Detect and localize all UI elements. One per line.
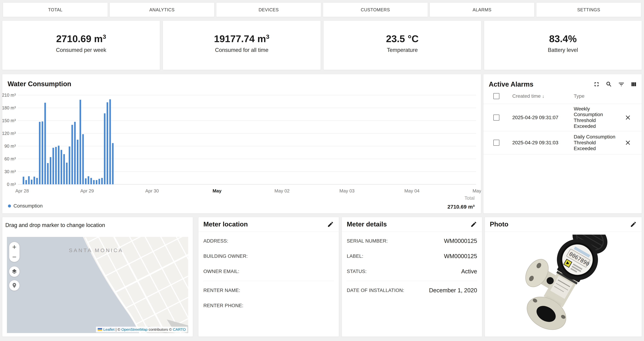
search-icon[interactable] xyxy=(606,81,612,88)
chart-title: Water Consumption xyxy=(8,80,71,88)
field-row: RENTER PHONE: xyxy=(204,298,334,313)
label-value: WM0000125 xyxy=(444,253,477,260)
pencil-icon xyxy=(327,221,334,228)
sort-desc-icon: ↓ xyxy=(542,94,544,99)
svg-text:0 m³: 0 m³ xyxy=(7,182,16,187)
divider xyxy=(204,281,334,281)
chart-legend[interactable]: Consumption xyxy=(8,203,43,209)
alarm-row[interactable]: 2025-04-29 09:31:03 Daily Consumption Th… xyxy=(484,131,642,154)
kpi-label: Temperature xyxy=(387,47,418,53)
row-checkbox[interactable] xyxy=(493,140,499,146)
meter-location-title: Meter location xyxy=(204,220,248,228)
kpi-consumed-week: 2710.69 m3 Consumed per week xyxy=(2,20,160,70)
legend-label: Consumption xyxy=(14,203,43,209)
kpi-label: Consumed for all time xyxy=(215,47,268,53)
tab-alarms[interactable]: ALARMS xyxy=(430,2,534,17)
svg-text:90 m³: 90 m³ xyxy=(4,144,16,148)
field-row: ADDRESS: xyxy=(204,233,334,248)
clear-alarm-button[interactable] xyxy=(624,114,632,121)
close-icon xyxy=(624,139,632,146)
alarms-title: Active Alarms xyxy=(489,80,533,88)
layers-icon xyxy=(11,268,17,274)
field-row: OWNER EMAIL: xyxy=(204,264,334,279)
svg-text:May 03: May 03 xyxy=(339,188,354,194)
field-row: BUILDING OWNER: xyxy=(204,248,334,264)
kpi-battery: 83.4% Battery level xyxy=(484,20,642,70)
alarms-table-header: Created time↓ Type xyxy=(484,88,642,104)
meter-details-panel: Meter details SERIAL NUMBER:WM0000125 LA… xyxy=(342,217,482,337)
svg-text:120 m³: 120 m³ xyxy=(2,131,16,136)
edit-details-button[interactable] xyxy=(470,221,477,228)
water-consumption-panel: 0 m³30 m³60 m³90 m³120 m³150 m³180 m³210… xyxy=(2,74,481,214)
tab-customers[interactable]: CUSTOMERS xyxy=(323,2,428,17)
edit-location-button[interactable] xyxy=(327,221,334,228)
status-value: Active xyxy=(461,268,477,275)
photo-panel: Photo xyxy=(485,217,642,337)
panel-header: Meter location xyxy=(198,217,339,232)
svg-text:May: May xyxy=(212,188,222,194)
map-place-label: SANTA MONICA xyxy=(69,247,124,253)
map-zoom-control: + − xyxy=(9,242,20,262)
panel-header: Photo xyxy=(485,217,642,232)
leaflet-link[interactable]: Leaflet xyxy=(104,327,114,332)
svg-text:180 m³: 180 m³ xyxy=(2,105,16,110)
pencil-icon xyxy=(470,221,477,228)
map[interactable]: SANTA MONICA + − Leaflet | © OpenStreetM… xyxy=(7,237,188,333)
tab-devices[interactable]: DEVICES xyxy=(216,2,321,17)
tab-analytics[interactable]: ANALYTICS xyxy=(110,2,214,17)
tab-settings[interactable]: SETTINGS xyxy=(536,2,641,17)
svg-text:150 m³: 150 m³ xyxy=(2,118,16,123)
tab-bar: TOTAL ANALYTICS DEVICES CUSTOMERS ALARMS… xyxy=(3,2,641,17)
clear-alarm-button[interactable] xyxy=(624,139,632,146)
row-checkbox[interactable] xyxy=(493,114,499,120)
map-marker-button[interactable] xyxy=(9,280,20,291)
columns-icon[interactable] xyxy=(630,81,637,88)
map-tiles: SANTA MONICA xyxy=(7,237,188,333)
type-header[interactable]: Type xyxy=(574,93,623,99)
water-meter-image: 0067890 xyxy=(514,234,613,334)
select-all-checkbox[interactable] xyxy=(493,93,499,99)
map-layers-button[interactable] xyxy=(9,266,20,277)
edit-photo-button[interactable] xyxy=(630,221,637,228)
dashboard: TOTAL ANALYTICS DEVICES CUSTOMERS ALARMS… xyxy=(0,0,644,341)
ukraine-flag-icon xyxy=(98,328,102,331)
field-row: LABEL:WM0000125 xyxy=(347,248,477,264)
total-value: 2710.69 m³ xyxy=(448,204,474,210)
close-icon xyxy=(624,114,632,121)
svg-text:60 m³: 60 m³ xyxy=(4,156,16,161)
svg-text:210 m³: 210 m³ xyxy=(2,92,16,98)
kpi-label: Consumed per week xyxy=(56,47,106,53)
fullscreen-icon[interactable] xyxy=(593,81,600,88)
svg-text:Apr 30: Apr 30 xyxy=(145,188,159,194)
alarm-created-time: 2025-04-29 09:31:07 xyxy=(512,115,558,120)
kpi-value: 2710.69 m3 xyxy=(56,33,106,44)
kpi-value: 83.4% xyxy=(549,33,577,44)
active-alarms-panel: Active Alarms Created time↓ Type 2025-04… xyxy=(483,74,642,214)
carto-link[interactable]: CARTO xyxy=(173,327,186,332)
kpi-value: 19177.74 m3 xyxy=(214,33,270,44)
svg-text:30 m³: 30 m³ xyxy=(4,169,16,174)
svg-text:Apr 28: Apr 28 xyxy=(16,188,29,194)
installation-date-value: December 1, 2020 xyxy=(429,287,477,294)
svg-text:May 02: May 02 xyxy=(274,188,290,194)
map-title: Drag and drop marker to change location xyxy=(5,222,105,228)
alarm-row[interactable]: 2025-04-29 09:31:07 Weekly Consumption T… xyxy=(484,104,642,131)
osm-link[interactable]: OpenStreetMap xyxy=(121,327,148,332)
zoom-in-button[interactable]: + xyxy=(9,242,20,252)
details-fields: SERIAL NUMBER:WM0000125 LABEL:WM0000125 … xyxy=(347,233,477,298)
alarms-toolbar xyxy=(593,81,637,88)
pencil-icon xyxy=(630,221,637,228)
field-row: RENTER NAME: xyxy=(204,283,334,298)
alarms-table: Created time↓ Type 2025-04-29 09:31:07 W… xyxy=(484,88,642,154)
kpi-temperature: 23.5 °C Temperature xyxy=(324,20,481,70)
alarm-created-time: 2025-04-29 09:31:03 xyxy=(512,140,558,146)
tab-total[interactable]: TOTAL xyxy=(3,2,108,17)
consumption-bar-chart: 0 m³30 m³60 m³90 m³120 m³150 m³180 m³210… xyxy=(2,74,481,213)
filter-icon[interactable] xyxy=(618,81,625,88)
meter-details-title: Meter details xyxy=(347,220,387,228)
zoom-out-button[interactable]: − xyxy=(9,252,20,262)
created-time-header[interactable]: Created time↓ xyxy=(512,93,544,99)
total-label: Total xyxy=(448,196,474,201)
field-row: STATUS:Active xyxy=(347,264,477,279)
kpi-row: 2710.69 m3 Consumed per week 19177.74 m3… xyxy=(2,20,642,70)
